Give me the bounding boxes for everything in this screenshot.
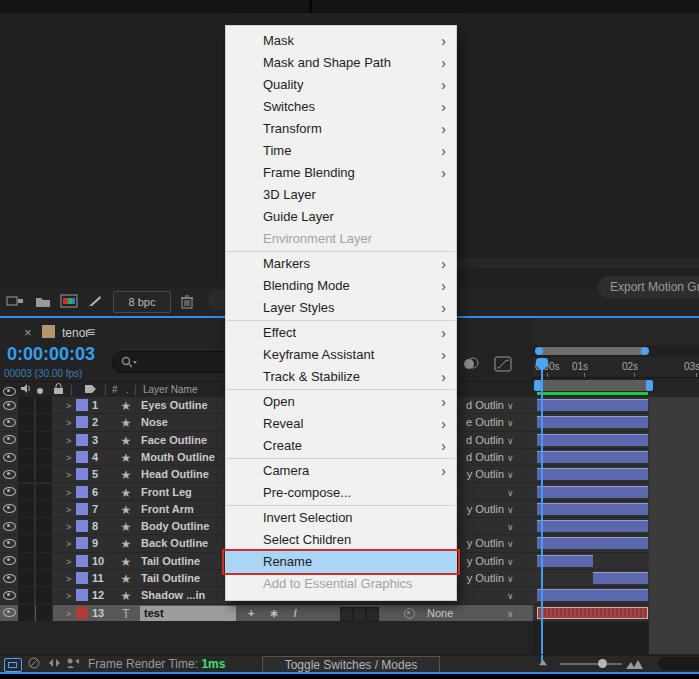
expand-arrow-icon[interactable]: > — [66, 539, 71, 549]
expand-arrow-icon[interactable]: > — [66, 522, 71, 532]
chevron-down-icon[interactable]: ∨ — [507, 453, 514, 463]
audio-toggle[interactable] — [18, 449, 35, 465]
layer-name[interactable]: Body Outline — [141, 520, 209, 532]
audio-toggle[interactable] — [18, 397, 35, 413]
export-motion-graphics-button[interactable]: Export Motion Grap — [598, 276, 699, 298]
timeline-hscroll-thumb[interactable] — [537, 347, 647, 355]
menu-item-invert-selection[interactable]: Invert Selection — [226, 507, 456, 529]
layer-name[interactable]: Eyes Outline — [141, 399, 208, 411]
timeline-zoom-knob[interactable] — [598, 659, 607, 668]
timeline-tab-title[interactable]: tenor — [62, 326, 89, 340]
lock-toggle[interactable] — [36, 432, 53, 448]
audio-toggle[interactable] — [18, 484, 35, 500]
layer-duration-bar[interactable] — [537, 434, 648, 446]
expand-arrow-icon[interactable]: > — [66, 505, 71, 515]
layer-name[interactable]: Mouth Outline — [141, 451, 215, 463]
label-icon[interactable] — [84, 383, 97, 395]
menu-item-blending-mode[interactable]: Blending Mode› — [226, 275, 456, 297]
mini-flowchart-icon[interactable] — [4, 658, 22, 672]
expand-arrow-icon[interactable]: > — [66, 436, 71, 446]
layer-row-13[interactable]: >13Ttest+ ∗ /None∨ — [0, 605, 533, 622]
layer-name-edit[interactable]: test — [140, 606, 236, 621]
lock-toggle[interactable] — [36, 553, 53, 569]
menu-item-switches[interactable]: Switches› — [226, 96, 456, 118]
chevron-down-icon[interactable]: ∨ — [507, 609, 514, 619]
interpret-footage-icon[interactable] — [4, 291, 26, 311]
layer-duration-bar[interactable] — [537, 486, 648, 498]
chevron-down-icon[interactable]: ∨ — [507, 574, 514, 584]
audio-toggle[interactable] — [18, 570, 35, 586]
menu-item-pre-compose-[interactable]: Pre-compose... — [226, 482, 456, 504]
expand-arrow-icon[interactable]: > — [66, 418, 71, 428]
menu-item-select-children[interactable]: Select Children — [226, 529, 456, 551]
expand-arrow-icon[interactable]: > — [66, 470, 71, 480]
menu-item-layer-styles[interactable]: Layer Styles› — [226, 297, 456, 319]
audio-icon[interactable] — [20, 383, 31, 394]
eye-icon[interactable] — [3, 466, 16, 482]
eye-icon[interactable] — [3, 484, 16, 500]
expand-arrow-icon[interactable]: > — [66, 557, 71, 567]
new-composition-icon[interactable] — [58, 291, 80, 311]
zoom-in-icon[interactable] — [626, 657, 644, 670]
layer-duration-bar[interactable] — [537, 520, 648, 532]
layer-duration-bar[interactable] — [537, 451, 648, 463]
audio-toggle[interactable] — [18, 535, 35, 551]
eye-icon[interactable] — [3, 535, 16, 551]
new-folder-icon[interactable] — [32, 291, 54, 311]
brush-icon[interactable] — [84, 291, 106, 311]
menu-item-open[interactable]: Open› — [226, 391, 456, 413]
eye-icon[interactable] — [3, 397, 16, 413]
chevron-down-icon[interactable]: ∨ — [507, 557, 514, 567]
layer-name[interactable]: Tail Outline — [141, 572, 200, 584]
menu-item-frame-blending[interactable]: Frame Blending› — [226, 162, 456, 184]
layer-name[interactable]: Tail Outline — [141, 555, 200, 567]
label-color-swatch[interactable] — [76, 520, 88, 532]
layer-duration-bar[interactable] — [537, 537, 648, 549]
menu-item-reveal[interactable]: Reveal› — [226, 413, 456, 435]
timeline-zoom-slider[interactable] — [560, 663, 622, 665]
lock-toggle[interactable] — [36, 466, 53, 482]
expand-arrow-icon[interactable]: > — [66, 591, 71, 601]
lock-toggle[interactable] — [36, 397, 53, 413]
lock-toggle[interactable] — [36, 449, 53, 465]
menu-item-mask-and-shape-path[interactable]: Mask and Shape Path› — [226, 52, 456, 74]
menu-item-guide-layer[interactable]: Guide Layer — [226, 206, 456, 228]
chevron-down-icon[interactable]: ∨ — [507, 436, 514, 446]
menu-item-track-stabilize[interactable]: Track & Stabilize› — [226, 366, 456, 388]
layer-duration-bar[interactable] — [537, 503, 648, 515]
label-color-swatch[interactable] — [76, 486, 88, 498]
expand-arrow-icon[interactable]: > — [66, 609, 71, 619]
menu-item-keyframe-assistant[interactable]: Keyframe Assistant› — [226, 344, 456, 366]
lock-toggle[interactable] — [36, 414, 53, 430]
layer-duration-bar[interactable] — [537, 589, 648, 601]
audio-toggle[interactable] — [18, 432, 35, 448]
chevron-down-icon[interactable]: ∨ — [507, 591, 514, 601]
switch-box[interactable] — [353, 607, 366, 621]
layer-name[interactable]: Front Arm — [141, 503, 194, 515]
eye-icon[interactable] — [3, 501, 16, 517]
audio-toggle[interactable] — [18, 466, 35, 482]
draft3d-icon[interactable] — [28, 657, 41, 670]
eye-icon[interactable] — [3, 605, 16, 621]
label-color-swatch[interactable] — [76, 572, 88, 584]
motion-blur-icon[interactable] — [458, 352, 484, 376]
layer-duration-bar[interactable] — [537, 555, 593, 567]
chevron-down-icon[interactable]: ∨ — [507, 522, 514, 532]
menu-item-rename[interactable]: Rename — [226, 551, 456, 573]
eye-icon[interactable] — [3, 414, 16, 430]
audio-toggle[interactable] — [18, 587, 35, 603]
expand-arrow-icon[interactable]: > — [66, 574, 71, 584]
chevron-down-icon[interactable]: ∨ — [507, 470, 514, 480]
layer-name[interactable]: Shadow ...in — [141, 589, 205, 601]
lock-toggle[interactable] — [36, 587, 53, 603]
menu-item-quality[interactable]: Quality› — [226, 74, 456, 96]
layer-name-column-header[interactable]: Layer Name — [143, 384, 197, 395]
menu-item-create[interactable]: Create› — [226, 435, 456, 457]
toggle-switches-modes-button[interactable]: Toggle Switches / Modes — [262, 656, 440, 673]
playhead-line[interactable] — [541, 358, 543, 654]
chevron-down-icon[interactable]: ∨ — [507, 488, 514, 498]
label-color-swatch[interactable] — [76, 468, 88, 480]
panel-menu-icon[interactable]: ≡ — [87, 324, 95, 340]
audio-toggle[interactable] — [18, 605, 35, 621]
parent-dropdown[interactable]: None — [420, 607, 511, 619]
